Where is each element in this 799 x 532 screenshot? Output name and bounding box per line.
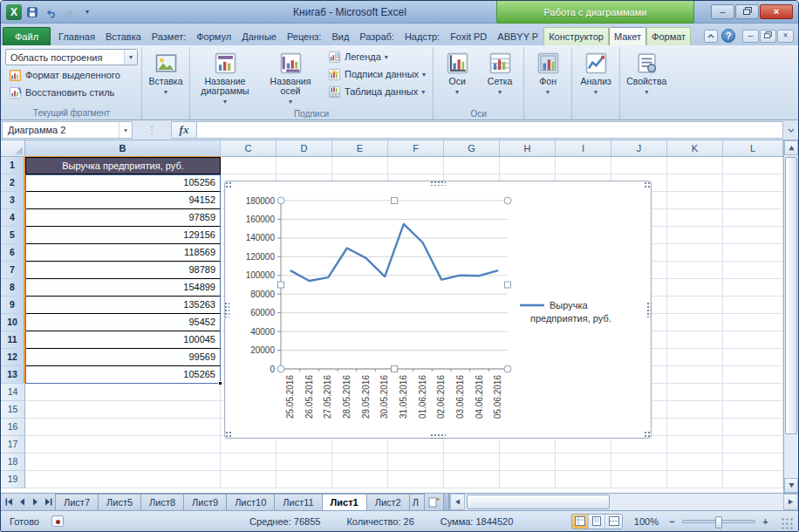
- column-header-K[interactable]: K: [667, 140, 723, 156]
- restore-button[interactable]: [735, 4, 759, 19]
- row-header-11[interactable]: 11: [1, 331, 25, 349]
- cell-E19[interactable]: [332, 471, 388, 488]
- cell-L3[interactable]: [723, 192, 783, 209]
- ribbon-tab-contextual-3[interactable]: Формат: [646, 27, 691, 45]
- chart-grip-right[interactable]: [646, 302, 652, 317]
- cell-L10[interactable]: [723, 314, 783, 331]
- scroll-down-arrow[interactable]: [784, 478, 798, 493]
- cell-K16[interactable]: [667, 419, 723, 436]
- sheet-tab-2[interactable]: Лист5: [98, 494, 141, 510]
- zoom-level[interactable]: 100%: [631, 516, 659, 527]
- column-header-L[interactable]: L: [723, 140, 783, 156]
- last-sheet-button[interactable]: [42, 495, 54, 508]
- cell-L11[interactable]: [723, 331, 783, 349]
- cell-B12[interactable]: 99569: [25, 349, 221, 366]
- cell-K7[interactable]: [667, 262, 723, 279]
- cell-K1[interactable]: [667, 157, 723, 174]
- cell-I18[interactable]: [556, 454, 611, 471]
- ribbon-button-small[interactable]: Легенда▾: [324, 49, 429, 65]
- formula-input[interactable]: [197, 121, 783, 139]
- row-header-12[interactable]: 12: [1, 349, 25, 366]
- sheet-tab-7[interactable]: Лист1: [322, 494, 367, 510]
- cell-B16[interactable]: [25, 419, 221, 436]
- cell-K10[interactable]: [667, 314, 723, 331]
- row-header-15[interactable]: 15: [1, 401, 25, 419]
- row-header-7[interactable]: 7: [1, 262, 25, 279]
- cell-B4[interactable]: 97859: [25, 209, 221, 227]
- cell-D18[interactable]: [277, 454, 332, 471]
- cell-H18[interactable]: [500, 454, 556, 471]
- ribbon-tab-5[interactable]: Данные: [236, 27, 282, 45]
- undo-button[interactable]: [43, 4, 58, 20]
- ribbon-tab-contextual-1[interactable]: Конструктор: [543, 27, 609, 45]
- cell-B1[interactable]: Выручка предприятия, руб.: [25, 157, 221, 174]
- cell-B19[interactable]: [25, 471, 221, 488]
- cell-L7[interactable]: [723, 262, 783, 279]
- cell-L17[interactable]: [723, 436, 783, 454]
- cell-K17[interactable]: [667, 436, 723, 454]
- cell-K5[interactable]: [667, 227, 723, 244]
- horizontal-scroll-track[interactable]: [465, 494, 783, 510]
- column-header-G[interactable]: G: [444, 140, 500, 156]
- close-button[interactable]: ×: [760, 4, 793, 19]
- row-header-9[interactable]: 9: [1, 297, 25, 314]
- excel-app-icon[interactable]: X: [6, 4, 22, 20]
- ribbon-tab-8[interactable]: Разраб:: [354, 27, 400, 45]
- resize-grip[interactable]: [781, 517, 793, 529]
- cell-K9[interactable]: [667, 297, 723, 314]
- chart-elements-combobox[interactable]: Область построения▾: [5, 49, 138, 65]
- ribbon-button-small[interactable]: Восстановить стиль: [5, 85, 118, 100]
- ribbon-tab-7[interactable]: Вид: [326, 27, 354, 45]
- row-header-10[interactable]: 10: [1, 314, 25, 331]
- cell-G17[interactable]: [444, 436, 500, 454]
- row-header-18[interactable]: 18: [1, 454, 25, 471]
- column-header-J[interactable]: J: [611, 140, 667, 156]
- qat-customize-dropdown[interactable]: ▾: [79, 4, 95, 20]
- row-header-3[interactable]: 3: [1, 192, 25, 209]
- row-header-13[interactable]: 13: [1, 366, 25, 384]
- scroll-right-arrow[interactable]: [783, 494, 798, 510]
- cell-L9[interactable]: [723, 297, 783, 314]
- cell-H17[interactable]: [500, 436, 556, 454]
- cell-K2[interactable]: [667, 174, 723, 192]
- sheet-tab-8[interactable]: Лист2: [366, 494, 410, 510]
- ribbon-tab-10[interactable]: Foxit PD: [445, 27, 492, 45]
- zoom-out-button[interactable]: −: [666, 516, 678, 527]
- cell-B15[interactable]: [25, 401, 221, 419]
- name-box-dropdown-icon[interactable]: ▾: [119, 122, 132, 138]
- column-header-H[interactable]: H: [500, 140, 556, 156]
- chart-grip-top-right[interactable]: [644, 181, 651, 188]
- sheet-tab-3[interactable]: Лист8: [140, 494, 184, 510]
- insert-worksheet-button[interactable]: [425, 494, 443, 510]
- ribbon-button-big[interactable]: Сетка▾: [480, 49, 520, 108]
- chart-grip-bottom[interactable]: [430, 433, 446, 439]
- cell-B17[interactable]: [25, 436, 221, 454]
- cell-L2[interactable]: [723, 174, 783, 192]
- row-header-4[interactable]: 4: [1, 209, 25, 227]
- row-header-16[interactable]: 16: [1, 419, 25, 436]
- row-header-6[interactable]: 6: [1, 244, 25, 262]
- chart-grip-bottom-left[interactable]: [225, 431, 232, 438]
- minimize-button[interactable]: –: [711, 4, 734, 19]
- cell-B8[interactable]: 154899: [25, 279, 221, 297]
- column-header-I[interactable]: I: [556, 140, 611, 156]
- expand-formula-bar-button[interactable]: [783, 121, 798, 139]
- cell-L13[interactable]: [723, 366, 783, 384]
- row-header-17[interactable]: 17: [1, 436, 25, 454]
- sheet-tab-5[interactable]: Лист10: [226, 494, 275, 510]
- zoom-in-button[interactable]: +: [760, 516, 771, 527]
- horizontal-scrollbar[interactable]: [449, 494, 798, 510]
- cell-L18[interactable]: [723, 454, 783, 471]
- cell-H19[interactable]: [500, 471, 556, 488]
- save-button[interactable]: [24, 4, 40, 20]
- cell-D19[interactable]: [277, 471, 332, 488]
- cell-B5[interactable]: 129156: [25, 227, 221, 244]
- chart-grip-top-left[interactable]: [225, 181, 232, 188]
- ribbon-tab-2[interactable]: Вставка: [100, 27, 147, 45]
- cell-B3[interactable]: 94152: [25, 192, 221, 209]
- ribbon-tab-9[interactable]: Надстр:: [400, 27, 445, 45]
- cell-B7[interactable]: 98789: [25, 262, 221, 279]
- workbook-minimize-button[interactable]: –: [742, 30, 759, 43]
- cell-J19[interactable]: [611, 471, 667, 488]
- cell-C1[interactable]: [221, 157, 277, 174]
